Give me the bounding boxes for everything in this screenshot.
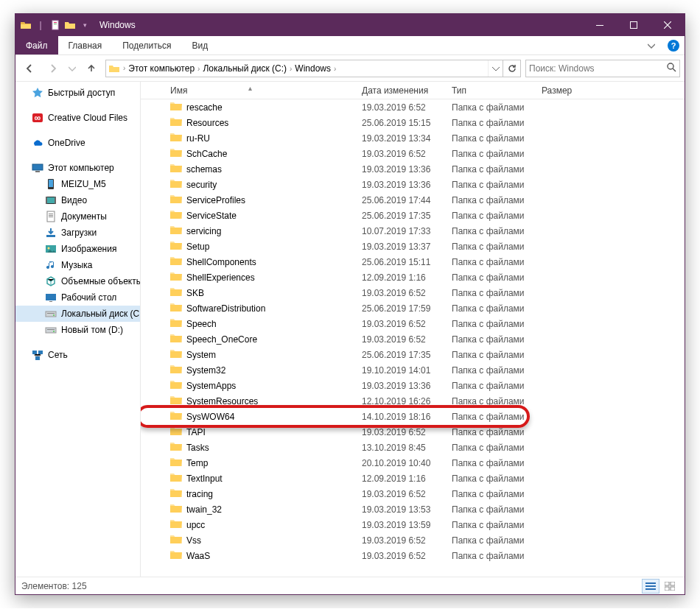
file-date: 19.03.2019 13:36 [362, 381, 452, 391]
nav-item[interactable]: OneDrive [15, 135, 140, 151]
nav-item[interactable]: Изображения [15, 241, 140, 257]
expand-ribbon-button[interactable] [640, 36, 662, 54]
file-row[interactable]: ShellComponents25.06.2019 15:11Папка с ф… [141, 254, 685, 270]
file-row[interactable]: Setup19.03.2019 13:37Папка с файлами [141, 239, 685, 254]
minimize-button[interactable] [583, 14, 617, 36]
folder-icon [170, 550, 182, 562]
details-view-button[interactable] [642, 579, 659, 594]
file-row[interactable]: SoftwareDistribution25.06.2019 17:59Папк… [141, 300, 685, 316]
file-row[interactable]: System3219.10.2019 14:01Папка с файлами [141, 362, 685, 378]
folder-icon [170, 225, 182, 237]
svg-point-22 [48, 247, 50, 250]
nav-item[interactable]: Документы [15, 208, 140, 225]
nav-item[interactable]: Видео [15, 192, 140, 208]
file-row[interactable]: Resources25.06.2019 15:15Папка с файлами [141, 115, 685, 130]
maximize-button[interactable] [617, 14, 651, 36]
breadcrumb-segment[interactable]: Этот компьютер [126, 63, 197, 74]
file-row[interactable]: ru-RU19.03.2019 13:34Папка с файлами [141, 130, 685, 146]
forward-button[interactable] [43, 59, 63, 78]
file-row[interactable]: ServiceState25.06.2019 17:35Папка с файл… [141, 208, 685, 223]
window-title: Windows [95, 20, 583, 30]
nav-item-label: Этот компьютер [48, 163, 114, 173]
column-name[interactable]: Имя▴ [170, 85, 362, 96]
file-type: Папка с файлами [452, 242, 562, 252]
file-row[interactable]: ServiceProfiles25.06.2019 17:44Папка с ф… [141, 192, 685, 208]
file-row[interactable]: SKB19.03.2019 6:52Папка с файлами [141, 285, 685, 300]
nav-item[interactable]: Музыка [15, 257, 140, 273]
column-date[interactable]: Дата изменения [362, 85, 452, 96]
file-row[interactable]: upcc19.03.2019 13:59Папка с файлами [141, 517, 685, 532]
nav-item[interactable]: Локальный диск (C:) [15, 306, 140, 322]
nav-item[interactable]: Этот компьютер [15, 160, 140, 176]
file-row[interactable]: Vss19.03.2019 6:52Папка с файлами [141, 532, 685, 548]
file-row[interactable]: rescache19.03.2019 6:52Папка с файлами [141, 99, 685, 115]
file-date: 19.03.2019 6:52 [362, 149, 452, 159]
close-button[interactable] [651, 14, 685, 36]
navigation-pane[interactable]: Быстрый доступ∞Creative Cloud FilesOneDr… [15, 82, 141, 577]
file-type: Папка с файлами [452, 226, 562, 236]
file-row[interactable]: WaaS19.03.2019 6:52Папка с файлами [141, 548, 685, 563]
file-row[interactable]: SchCache19.03.2019 6:52Папка с файлами [141, 146, 685, 161]
column-type[interactable]: Тип [452, 85, 542, 96]
breadcrumb-segment[interactable]: Локальный диск (C:) [200, 63, 289, 74]
svg-rect-1 [54, 22, 57, 23]
properties-icon[interactable] [49, 19, 61, 31]
back-button[interactable] [20, 59, 39, 78]
file-date: 19.03.2019 13:36 [362, 180, 452, 190]
up-button[interactable] [82, 59, 101, 78]
nav-item[interactable]: Быстрый доступ [15, 85, 140, 101]
new-folder-icon[interactable] [64, 19, 76, 31]
file-row[interactable]: TextInput12.09.2019 1:16Папка с файлами [141, 471, 685, 486]
file-row[interactable]: ShellExperiences12.09.2019 1:16Папка с ф… [141, 270, 685, 285]
nav-item[interactable]: Сеть [15, 347, 140, 363]
search-icon[interactable] [666, 62, 676, 74]
address-bar[interactable]: › Этот компьютер›Локальный диск (C:)›Win… [105, 60, 521, 77]
nav-item[interactable]: Загрузки [15, 225, 140, 241]
svg-rect-0 [52, 21, 58, 29]
file-row[interactable]: Tasks13.10.2019 8:45Папка с файлами [141, 440, 685, 455]
file-row[interactable]: twain_3219.03.2019 13:53Папка с файлами [141, 501, 685, 517]
file-name: Tasks [186, 443, 362, 453]
file-name: System32 [186, 365, 362, 376]
file-type: Папка с файлами [452, 334, 562, 345]
file-type: Папка с файлами [452, 257, 562, 267]
recent-button[interactable] [67, 59, 77, 78]
file-row[interactable]: tracing19.03.2019 6:52Папка с файлами [141, 486, 685, 501]
help-button[interactable]: ? [662, 36, 685, 54]
file-row[interactable]: servicing10.07.2019 17:33Папка с файлами [141, 223, 685, 239]
file-row[interactable]: Speech19.03.2019 6:52Папка с файлами [141, 316, 685, 331]
file-type: Папка с файлами [452, 303, 562, 314]
folder-icon [170, 102, 182, 113]
address-dropdown-button[interactable] [488, 60, 503, 77]
search-input[interactable] [529, 63, 666, 74]
ribbon-tab[interactable]: Главная [58, 36, 113, 54]
ribbon-tab[interactable]: Вид [181, 36, 218, 54]
file-row[interactable]: SystemApps19.03.2019 13:36Папка с файлам… [141, 378, 685, 393]
nav-item[interactable]: MEIZU_M5 [15, 176, 140, 192]
search-box[interactable] [525, 60, 680, 77]
nav-item[interactable]: Новый том (D:) [15, 322, 140, 338]
chevron-right-icon[interactable]: › [333, 65, 337, 73]
breadcrumb-segment[interactable]: Windows [293, 63, 333, 74]
nav-item[interactable]: ∞Creative Cloud Files [15, 110, 140, 126]
file-name: SoftwareDistribution [186, 303, 362, 314]
nav-item[interactable]: Объемные объекты [15, 273, 140, 289]
file-row[interactable]: TAPI19.03.2019 6:52Папка с файлами [141, 424, 685, 440]
file-row[interactable]: schemas19.03.2019 13:36Папка с файлами [141, 161, 685, 177]
file-row[interactable]: Temp20.10.2019 10:40Папка с файлами [141, 455, 685, 471]
ribbon-file-tab[interactable]: Файл [15, 36, 58, 54]
file-row[interactable]: Speech_OneCore19.03.2019 6:52Папка с фай… [141, 331, 685, 347]
file-row[interactable]: SystemResources12.10.2019 16:26Папка с ф… [141, 393, 685, 409]
ribbon-tab[interactable]: Поделиться [112, 36, 181, 54]
file-list[interactable]: rescache19.03.2019 6:52Папка с файламиRe… [141, 99, 685, 577]
refresh-button[interactable] [503, 60, 520, 77]
nav-item[interactable]: Рабочий стол [15, 289, 140, 306]
qat-dropdown-icon[interactable]: ▾ [79, 19, 91, 31]
file-row[interactable]: System25.06.2019 17:35Папка с файлами [141, 347, 685, 362]
column-size[interactable]: Размер [542, 85, 601, 96]
folder-icon [170, 411, 182, 423]
file-row[interactable]: security19.03.2019 13:36Папка с файлами [141, 177, 685, 192]
icons-view-button[interactable] [661, 579, 679, 594]
file-date: 25.06.2019 15:11 [362, 257, 452, 267]
file-row[interactable]: SysWOW6414.10.2019 18:16Папка с файлами [141, 409, 685, 424]
